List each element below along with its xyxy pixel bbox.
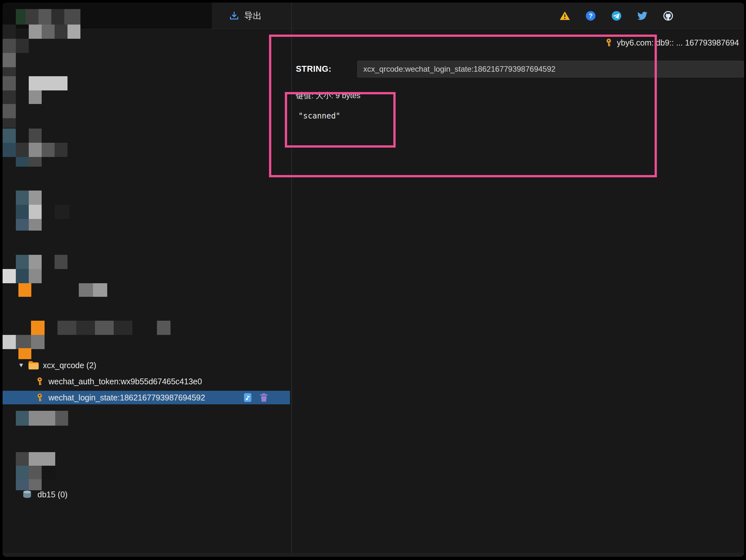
tree-folder-xcx-qrcode[interactable]: ▼ xcx_qrcode (2): [3, 359, 96, 372]
github-icon[interactable]: [663, 10, 674, 21]
row-actions: [242, 392, 269, 403]
topbar-icons: ?: [560, 3, 674, 29]
redacted-cell: [3, 67, 16, 76]
redacted-cell: [57, 321, 76, 335]
redacted-region: [3, 3, 291, 557]
redacted-cell: [114, 321, 133, 335]
redacted-cell: [16, 219, 29, 231]
redacted-cell: [3, 129, 16, 143]
redacted-cell: [16, 157, 29, 167]
redacted-cell: [95, 321, 114, 335]
redacted-cell: [29, 191, 42, 205]
topbar: 导出 ?: [3, 3, 744, 29]
key-name-input[interactable]: [357, 61, 744, 78]
redacted-cell: [16, 466, 29, 479]
key-label: wechat_login_state:1862167793987694592: [49, 393, 205, 402]
redacted-cell: [3, 269, 16, 283]
topbar-left-mask: [3, 3, 212, 29]
tree-db15[interactable]: db15 (0): [3, 488, 67, 501]
redacted-cell: [29, 157, 42, 167]
redacted-cell: [55, 143, 67, 157]
telegram-icon[interactable]: [611, 10, 622, 21]
warning-icon[interactable]: [560, 10, 570, 21]
status-bar: [3, 553, 744, 557]
redacted-cell: [3, 143, 16, 157]
key-label: wechat_auth_token:wx9b55d67465c413e0: [49, 377, 202, 386]
redacted-cell: [3, 53, 16, 67]
twitter-icon[interactable]: [637, 10, 648, 21]
redacted-cell: [93, 283, 107, 297]
redacted-cell: [79, 283, 93, 297]
chevron-down-icon[interactable]: ▼: [18, 362, 24, 369]
redacted-cell: [3, 104, 16, 118]
svg-text:?: ?: [589, 12, 593, 19]
redacted-cell: [76, 321, 95, 335]
redacted-cell: [31, 335, 45, 349]
connection-info: yby6.com: db9:: ... 167793987694: [604, 37, 739, 49]
annotation-rect-outer: [269, 34, 657, 177]
export-label: 导出: [244, 10, 262, 22]
redacted-cell: [16, 191, 29, 205]
key-icon: [35, 393, 45, 402]
download-icon: [229, 10, 240, 21]
redacted-cell: [16, 39, 29, 53]
key-size-meta: 键值: 大小: 9 bytes: [296, 90, 361, 101]
connection-info-text: yby6.com: db9:: ... 167793987694: [617, 38, 739, 48]
redacted-cell: [16, 269, 29, 283]
copy-document-icon[interactable]: [242, 392, 253, 403]
redacted-cell: [29, 269, 42, 283]
redacted-cell: [31, 321, 45, 335]
redacted-cell: [29, 205, 42, 219]
redacted-cell: [16, 205, 29, 219]
redacted-cell: [16, 335, 31, 349]
key-icon: [35, 376, 45, 386]
redacted-cell: [3, 39, 16, 53]
redacted-cell: [29, 129, 42, 143]
redacted-cell: [42, 143, 55, 157]
key-value-text: "scanned": [298, 111, 340, 120]
key-icon: [604, 38, 613, 48]
redacted-cell: [29, 255, 42, 269]
redacted-cell: [29, 143, 42, 157]
export-button[interactable]: 导出: [229, 3, 262, 29]
app-window: 导出 ?: [3, 3, 744, 557]
redacted-cell: [29, 90, 42, 104]
redacted-cell: [29, 219, 42, 231]
redacted-cell: [55, 411, 68, 426]
redacted-cell: [3, 76, 16, 90]
db-label: db15 (0): [37, 490, 67, 499]
redacted-cell: [16, 452, 29, 466]
help-icon[interactable]: ?: [585, 10, 596, 21]
key-type-label: STRING:: [296, 64, 331, 74]
redacted-cell: [55, 205, 69, 219]
delete-trash-icon[interactable]: [258, 392, 269, 403]
folder-icon: [28, 360, 39, 370]
tree-key-auth-token[interactable]: wechat_auth_token:wx9b55d67465c413e0: [3, 374, 202, 388]
redacted-cell: [3, 335, 16, 349]
database-icon: [22, 490, 32, 499]
redacted-cell: [19, 283, 31, 297]
redacted-cell: [29, 76, 67, 90]
redacted-cell: [16, 255, 29, 269]
redacted-cell: [29, 452, 55, 466]
redacted-cell: [55, 255, 67, 269]
tree-key-login-state-selected[interactable]: wechat_login_state:1862167793987694592: [3, 391, 290, 404]
redacted-cell: [29, 466, 42, 479]
redacted-cell: [42, 466, 56, 479]
redacted-cell: [3, 90, 16, 104]
sidebar-divider[interactable]: [291, 3, 292, 557]
redacted-cell: [16, 411, 29, 426]
redacted-cell: [3, 118, 16, 128]
redacted-cell: [157, 321, 171, 335]
folder-label: xcx_qrcode (2): [43, 361, 96, 370]
redacted-cell: [16, 143, 29, 157]
redacted-cell: [29, 411, 55, 426]
redacted-cell: [19, 348, 31, 359]
